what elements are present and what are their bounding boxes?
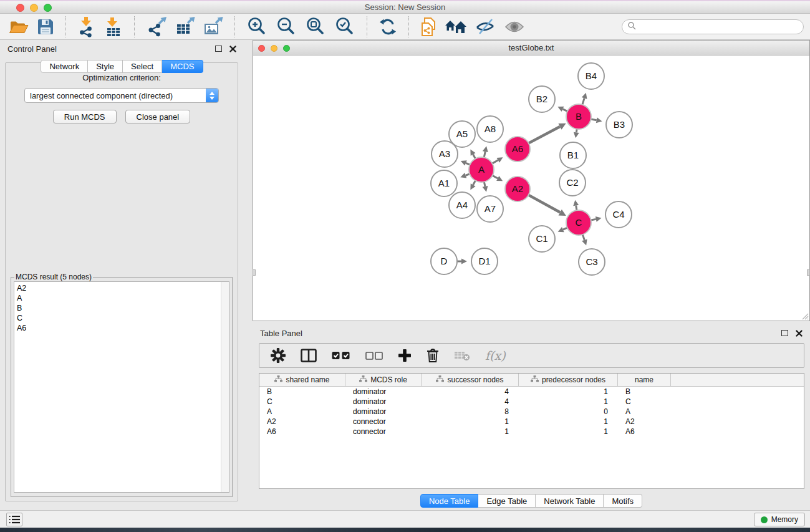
- cell-predecessor-nodes[interactable]: 1: [519, 387, 618, 396]
- close-window-icon[interactable]: [16, 4, 24, 12]
- table-row-a6[interactable]: A6connector11A6: [259, 427, 804, 437]
- column-header-successor-nodes[interactable]: successor nodes: [422, 374, 519, 386]
- cell-name[interactable]: A2: [618, 417, 671, 426]
- float-table-panel-icon[interactable]: [781, 330, 788, 336]
- export-network-icon[interactable]: [146, 17, 167, 37]
- search-input[interactable]: [639, 22, 798, 31]
- add-column-icon[interactable]: [398, 349, 412, 362]
- graph-node-A1[interactable]: A1: [431, 170, 457, 196]
- cell-predecessor-nodes[interactable]: 1: [519, 427, 618, 436]
- graph-node-C2[interactable]: C2: [559, 170, 586, 196]
- cell-predecessor-nodes[interactable]: 1: [519, 417, 618, 426]
- graph-node-B4[interactable]: B4: [578, 63, 604, 89]
- zoom-fit-icon[interactable]: [305, 16, 326, 37]
- export-image-icon[interactable]: [203, 17, 223, 37]
- select-all-icon[interactable]: [332, 351, 350, 360]
- table-tab-edge-table[interactable]: Edge Table: [478, 494, 536, 508]
- graph-node-A5[interactable]: A5: [449, 121, 475, 147]
- close-table-panel-icon[interactable]: [796, 330, 803, 337]
- graph-node-A6[interactable]: A6: [505, 137, 530, 162]
- column-header-predecessor-nodes[interactable]: predecessor nodes: [519, 374, 618, 386]
- graph-node-C1[interactable]: C1: [529, 226, 555, 252]
- float-panel-icon[interactable]: [215, 46, 222, 52]
- result-item-c[interactable]: C: [17, 313, 229, 323]
- memory-button[interactable]: Memory: [754, 513, 805, 526]
- graph-node-A4[interactable]: A4: [449, 192, 475, 218]
- export-table-icon[interactable]: [175, 17, 195, 37]
- cell-mcds-role[interactable]: dominator: [345, 407, 422, 416]
- hide-graphics-details-icon[interactable]: [475, 18, 496, 36]
- cell-shared-name[interactable]: A2: [259, 417, 345, 426]
- cell-shared-name[interactable]: A6: [259, 427, 345, 436]
- graph-node-C[interactable]: C: [566, 210, 591, 235]
- delete-column-icon[interactable]: [427, 348, 439, 363]
- graph-node-C4[interactable]: C4: [605, 201, 632, 228]
- table-tab-network-table[interactable]: Network Table: [536, 494, 604, 508]
- cell-predecessor-nodes[interactable]: 1: [519, 397, 618, 406]
- table-tab-motifs[interactable]: Motifs: [604, 494, 642, 508]
- cell-name[interactable]: A: [618, 407, 671, 416]
- cell-shared-name[interactable]: B: [259, 387, 345, 396]
- run-mcds-button[interactable]: Run MCDS: [53, 110, 117, 123]
- network-canvas[interactable]: AA1A2A3A4A5A6A7A8BB1B2B3B4CC1C2C3C4DD1: [253, 56, 809, 321]
- cell-predecessor-nodes[interactable]: 0: [519, 407, 618, 416]
- result-item-a[interactable]: A: [17, 293, 229, 303]
- result-item-b[interactable]: B: [17, 303, 229, 313]
- graph-node-A2[interactable]: A2: [505, 177, 530, 201]
- close-panel-icon[interactable]: [229, 46, 236, 52]
- cell-name[interactable]: B: [618, 387, 671, 396]
- split-view-icon[interactable]: [301, 349, 317, 362]
- duplicate-network-icon[interactable]: [420, 17, 436, 37]
- cell-mcds-role[interactable]: connector: [345, 417, 422, 426]
- network-window-titlebar[interactable]: testGlobe.txt: [253, 41, 809, 56]
- cell-mcds-role[interactable]: dominator: [345, 387, 422, 396]
- resize-grip-icon[interactable]: [801, 312, 809, 320]
- refresh-icon[interactable]: [378, 17, 397, 36]
- table-row-a[interactable]: Adominator80A: [259, 407, 804, 417]
- graph-node-A7[interactable]: A7: [477, 196, 503, 222]
- graph-node-D1[interactable]: D1: [471, 248, 498, 274]
- result-item-a6[interactable]: A6: [17, 323, 229, 333]
- delete-table-icon[interactable]: [454, 350, 470, 361]
- zoom-in-icon[interactable]: [246, 16, 268, 37]
- table-tab-node-table[interactable]: Node Table: [420, 494, 479, 508]
- zoom-selected-icon[interactable]: [334, 16, 355, 37]
- graph-node-D[interactable]: D: [431, 248, 457, 274]
- table-row-c[interactable]: Cdominator41C: [259, 397, 804, 407]
- import-network-icon[interactable]: [77, 16, 96, 37]
- cell-successor-nodes[interactable]: 8: [422, 407, 519, 416]
- tab-network[interactable]: Network: [41, 60, 88, 73]
- table-row-b[interactable]: Bdominator41B: [259, 387, 804, 397]
- zoom-out-icon[interactable]: [276, 16, 297, 37]
- home-icon[interactable]: [445, 19, 467, 35]
- left-resize-handle[interactable]: [253, 269, 256, 276]
- cell-shared-name[interactable]: A: [259, 407, 345, 416]
- tab-style[interactable]: Style: [88, 60, 123, 73]
- graph-node-A8[interactable]: A8: [477, 116, 503, 142]
- column-header-mcds-role[interactable]: MCDS role: [345, 374, 422, 386]
- cell-shared-name[interactable]: C: [259, 397, 345, 406]
- maximize-window-icon[interactable]: [44, 4, 52, 12]
- cell-name[interactable]: A6: [618, 427, 671, 436]
- save-session-icon[interactable]: [37, 18, 54, 36]
- graph-node-B3[interactable]: B3: [606, 112, 632, 138]
- cell-mcds-role[interactable]: connector: [345, 427, 422, 436]
- column-header-shared-name[interactable]: shared name: [259, 374, 345, 386]
- graph-node-B[interactable]: B: [566, 104, 591, 129]
- close-network-icon[interactable]: [258, 45, 265, 52]
- table-row-a2[interactable]: A2connector11A2: [259, 417, 804, 427]
- cell-successor-nodes[interactable]: 1: [422, 417, 519, 426]
- graph-node-C3[interactable]: C3: [579, 249, 605, 275]
- maximize-network-icon[interactable]: [283, 45, 290, 52]
- column-header-name[interactable]: name: [618, 374, 671, 386]
- show-graphics-details-icon[interactable]: [504, 20, 524, 34]
- result-list-scrollbar[interactable]: [221, 282, 229, 492]
- function-builder-icon[interactable]: f(x): [485, 349, 506, 362]
- task-history-button[interactable]: [6, 513, 22, 526]
- import-table-icon[interactable]: [104, 17, 123, 37]
- minimize-window-icon[interactable]: [30, 4, 38, 12]
- result-item-a2[interactable]: A2: [17, 283, 229, 293]
- minimize-network-icon[interactable]: [271, 45, 277, 52]
- table-settings-icon[interactable]: [271, 348, 286, 363]
- graph-node-B2[interactable]: B2: [529, 86, 555, 112]
